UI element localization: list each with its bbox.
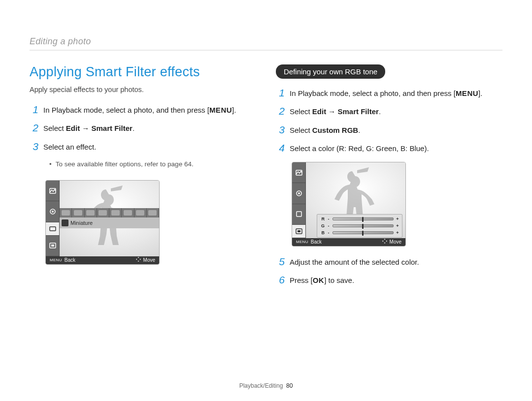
svg-rect-3 — [50, 227, 56, 231]
svg-marker-6 — [137, 257, 139, 258]
breadcrumb: Editing a photo — [30, 36, 502, 47]
step-number: 5 — [276, 256, 285, 267]
text: ]. — [478, 89, 482, 97]
screen-frame: Miniature MENU Back Move — [45, 180, 160, 265]
filter-thumb — [72, 208, 84, 217]
section-subtitle: Apply special effects to your photos. — [30, 86, 246, 93]
step-text: In Playback mode, select a photo, and th… — [43, 104, 236, 116]
back-hint: MENU Back — [46, 256, 79, 264]
step-text: Select Custom RGB. — [290, 124, 360, 136]
sidebar-icon — [292, 162, 305, 183]
step-number: 6 — [276, 275, 285, 285]
page-footer: Playback/Editing 80 — [0, 382, 532, 389]
rgb-row-g: G - + — [320, 223, 399, 228]
note-bullet: To see available filter options, refer t… — [49, 159, 246, 169]
slider-bar — [332, 224, 394, 227]
sidebar-icon — [46, 201, 59, 222]
menu-tag: MENU — [50, 256, 62, 264]
back-label: Back — [311, 238, 322, 246]
rgb-row-r: R - + — [320, 216, 399, 221]
menu-button-label: MENU — [456, 89, 478, 97]
step-text: In Playback mode, select a photo, and th… — [290, 88, 482, 99]
camera-screen-illustration: Miniature MENU Back Move — [45, 180, 246, 265]
filter-thumb — [85, 208, 97, 217]
text: . — [358, 126, 360, 134]
svg-marker-18 — [382, 241, 383, 242]
text: Select — [290, 126, 312, 134]
text: In Playback mode, select a photo, and th… — [43, 106, 209, 114]
option-label: Custom RGB — [312, 126, 358, 134]
filter-thumb — [109, 208, 122, 217]
text: . — [133, 124, 134, 132]
sidebar-icon — [46, 236, 59, 256]
text: ]. — [232, 106, 236, 114]
step-number: 2 — [30, 123, 38, 133]
sidebar-icon-selected — [46, 222, 59, 236]
plus-icon: + — [396, 223, 399, 228]
step-text: Select a color (R: Red, G: Green, B: Blu… — [290, 143, 429, 154]
step-number: 3 — [276, 124, 285, 135]
sidebar-icon-selected — [292, 225, 305, 238]
plus-icon: + — [396, 230, 399, 235]
screen-sidebar — [46, 181, 60, 256]
svg-marker-16 — [384, 239, 385, 240]
slider-bar — [332, 231, 394, 234]
filter-thumbnails — [60, 208, 159, 217]
step-1: 1 In Playback mode, select a photo, and … — [276, 88, 493, 99]
svg-rect-13 — [297, 212, 301, 216]
filter-thumb — [60, 208, 72, 217]
svg-rect-15 — [298, 230, 300, 232]
section-name: Playback/Editing — [239, 382, 283, 389]
note-bullets: To see available filter options, refer t… — [49, 159, 246, 169]
page-number: 80 — [286, 382, 293, 389]
manual-page: Editing a photo Applying Smart Filter ef… — [0, 0, 532, 401]
step-text: Press [OK] to save. — [290, 275, 354, 286]
section-title: Applying Smart Filter effects — [30, 64, 246, 80]
text: In Playback mode, select a photo, and th… — [290, 89, 456, 97]
svg-point-12 — [298, 192, 300, 194]
two-column-layout: Applying Smart Filter effects Apply spec… — [30, 64, 502, 293]
rgb-letter-b: B — [320, 230, 325, 235]
step-4: 4 Select a color (R: Red, G: Green, B: B… — [276, 143, 493, 154]
step-3: 3 Select Custom RGB. — [276, 124, 493, 136]
slider-bar — [332, 217, 394, 220]
svg-marker-8 — [136, 259, 137, 260]
filter-thumb — [147, 208, 159, 217]
step-text: Select Edit → Smart Filter. — [43, 123, 134, 134]
minus-icon: - — [327, 216, 331, 221]
minus-icon: - — [327, 230, 331, 235]
move-label: Move — [390, 238, 401, 246]
subsection-pill: Defining your own RGB tone — [276, 64, 385, 79]
back-hint: MENU Back — [292, 238, 326, 246]
rgb-row-b: B - + — [320, 230, 399, 235]
step-text: Select an effect. — [43, 141, 96, 153]
plus-icon: + — [396, 216, 399, 221]
direction-icon — [382, 238, 387, 246]
camera-screen-illustration: R - + G - + — [292, 162, 493, 247]
step-6: 6 Press [OK] to save. — [276, 275, 493, 286]
step-5: 5 Adjust the amount of the selected colo… — [276, 256, 493, 268]
minus-icon: - — [327, 223, 331, 228]
divider — [30, 50, 502, 51]
step-number: 2 — [276, 106, 285, 116]
right-column: Defining your own RGB tone 1 In Playback… — [276, 64, 493, 293]
move-hint: Move — [132, 256, 159, 264]
svg-marker-7 — [137, 261, 139, 262]
step-3: 3 Select an effect. — [30, 141, 246, 153]
sidebar-icon — [292, 204, 305, 225]
menu-tag: MENU — [296, 238, 308, 246]
path-label: Edit → Smart Filter — [66, 124, 133, 132]
rgb-letter-g: G — [320, 223, 325, 228]
sidebar-icon — [292, 183, 305, 204]
sidebar-icon — [46, 181, 59, 201]
svg-rect-5 — [51, 245, 54, 247]
filter-thumb — [122, 208, 134, 217]
step-number: 4 — [276, 143, 285, 153]
rgb-letter-r: R — [320, 216, 325, 221]
text: Press [ — [290, 276, 313, 284]
move-label: Move — [143, 256, 155, 264]
selected-filter-label: Miniature — [60, 217, 159, 228]
step-2: 2 Select Edit → Smart Filter. — [30, 123, 246, 134]
svg-marker-9 — [140, 259, 141, 260]
text: Select — [290, 107, 312, 116]
